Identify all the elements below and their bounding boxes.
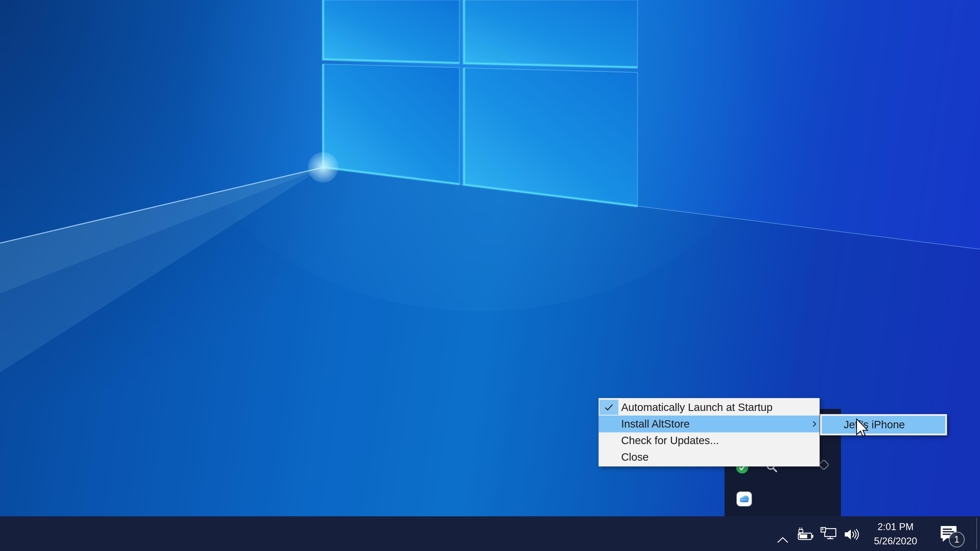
menu-gutter — [600, 433, 618, 448]
menu-item-label: Close — [621, 451, 649, 463]
altserver-context-menu: Automatically Launch at Startup Install … — [598, 398, 820, 467]
checkmark-icon — [605, 403, 614, 411]
taskbar: 2:01 PM 5/26/2020 1 — [0, 516, 980, 551]
menu-item-check-for-updates[interactable]: Check for Updates... — [599, 432, 819, 449]
install-altstore-submenu: Jeff’s iPhone — [820, 414, 947, 435]
menu-gutter — [600, 416, 618, 431]
menu-item-label: Install AltStore — [621, 418, 690, 430]
menu-item-label: Check for Updates... — [621, 434, 719, 447]
battery-plugged-icon — [796, 527, 815, 541]
volume-tray-button[interactable] — [844, 527, 861, 542]
chevron-up-icon — [776, 537, 789, 544]
wired-network-icon — [820, 527, 837, 541]
menu-item-install-altstore[interactable]: Install AltStore — [599, 416, 819, 432]
menu-item-close[interactable]: Close — [599, 449, 819, 465]
menu-item-label: Automatically Launch at Startup — [621, 401, 773, 413]
menu-item-automatically-launch-at-startup[interactable]: Automatically Launch at Startup — [599, 399, 819, 416]
notification-badge: 1 — [949, 532, 965, 548]
checked-gutter — [600, 400, 618, 415]
mouse-cursor — [856, 418, 868, 437]
menu-gutter — [600, 450, 618, 465]
clock-date: 5/26/2020 — [866, 534, 925, 548]
speaker-volume-icon — [844, 527, 861, 541]
clock-time: 2:01 PM — [866, 519, 925, 534]
network-tray-button[interactable] — [820, 527, 837, 542]
submenu-item-jeffs-iphone[interactable]: Jeff’s iPhone — [822, 416, 945, 433]
action-center-button[interactable]: 1 — [939, 516, 972, 551]
windows-desktop: 2:01 PM 5/26/2020 1 — [0, 0, 980, 551]
taskbar-clock[interactable]: 2:01 PM 5/26/2020 — [866, 519, 925, 548]
show-desktop-button[interactable] — [977, 518, 977, 549]
submenu-arrow-icon — [811, 418, 818, 430]
submenu-item-label: Jeff’s iPhone — [844, 419, 905, 431]
icloud-cloud-icon — [738, 494, 751, 504]
show-hidden-icons-button[interactable] — [776, 537, 789, 545]
battery-tray-button[interactable] — [796, 527, 815, 541]
tray-flyout-icon-icloud[interactable] — [737, 492, 752, 506]
